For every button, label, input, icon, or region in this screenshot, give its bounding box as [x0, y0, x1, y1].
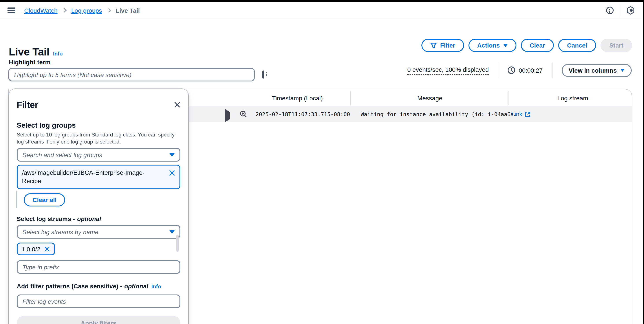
events-rate-stat[interactable]: 0 events/sec, 100% displayed	[407, 66, 489, 75]
info-icon	[606, 7, 614, 14]
clear-button[interactable]: Clear	[521, 39, 554, 52]
cloudshell-icon	[626, 6, 635, 15]
dismiss-token-icon[interactable]	[44, 246, 50, 252]
log-streams-select-placeholder: Select log streams by name	[22, 228, 169, 235]
start-button[interactable]: Start	[600, 39, 632, 52]
close-icon[interactable]	[174, 102, 180, 108]
log-stream-link[interactable]: Link	[511, 111, 530, 118]
help-button[interactable]	[602, 3, 617, 18]
stream-prefix-input[interactable]	[17, 260, 180, 274]
nav-divider	[620, 5, 620, 16]
filter-patterns-label-text: Add filter patterns (Case sensitive) -	[17, 283, 122, 290]
clear-all-label: Clear all	[32, 196, 56, 203]
filter-pattern-field	[17, 294, 180, 308]
funnel-icon	[430, 42, 436, 49]
filter-panel: Filter Select log groups Select up to 10…	[8, 89, 189, 324]
page-title-info-link[interactable]: Info	[53, 51, 63, 57]
session-status-bar: 0 events/sec, 100% displayed 00:00:27 Vi…	[407, 63, 632, 77]
play-icon	[225, 109, 230, 122]
filter-pattern-input[interactable]	[17, 294, 180, 308]
dismiss-token-icon[interactable]	[169, 170, 175, 176]
nav-utilities	[602, 3, 638, 18]
log-streams-select[interactable]: Select log streams by name	[17, 225, 180, 239]
breadcrumb-current: Live Tail	[116, 7, 140, 14]
apply-filters-button[interactable]: Apply filters	[17, 316, 180, 324]
select-log-streams-label-text: Select log streams -	[17, 215, 75, 222]
filter-button[interactable]: Filter	[421, 39, 464, 52]
actions-button-label: Actions	[477, 42, 500, 49]
inspect-event-button[interactable]	[240, 111, 247, 120]
select-log-groups-description: Select up to 10 log groups from Standard…	[17, 131, 180, 145]
highlight-term-label: Highlight term	[9, 59, 50, 66]
filter-panel-title: Filter	[17, 100, 38, 110]
cloudshell-button[interactable]	[623, 3, 638, 18]
expand-row-button[interactable]	[225, 112, 230, 120]
log-stream-token: 1.0.0/2	[17, 242, 55, 255]
zoom-in-icon	[240, 111, 247, 118]
external-link-icon	[524, 111, 530, 117]
start-button-label: Start	[609, 42, 623, 49]
log-stream-link-label: Link	[511, 111, 522, 118]
screen-top-edge	[0, 0, 644, 2]
event-timestamp: 2025-02-18T11:07:33.715-08:00	[256, 111, 350, 118]
filter-button-label: Filter	[440, 42, 455, 49]
top-navigation: CloudWatch Log groups Live Tail	[0, 2, 644, 19]
filter-patterns-label: Add filter patterns (Case sensitive) - o…	[17, 283, 180, 290]
token-list-scrollbar[interactable]	[176, 235, 178, 252]
session-timer-value: 00:00:27	[519, 67, 542, 74]
highlight-term-field	[8, 68, 255, 82]
select-log-groups-label: Select log groups	[17, 122, 180, 129]
column-header-timestamp: Timestamp (Local)	[272, 95, 323, 102]
clear-all-row: Clear all	[17, 193, 180, 206]
chevron-right-icon	[107, 8, 111, 13]
stream-prefix-field	[17, 260, 180, 274]
live-tail-page: CloudWatch Log groups Live Tail Live Tai…	[0, 0, 644, 324]
optional-text: optional	[77, 215, 101, 222]
column-divider[interactable]	[350, 91, 350, 105]
filter-panel-header: Filter	[17, 100, 180, 110]
caret-down-icon	[169, 230, 175, 233]
column-header-log-stream: Log stream	[557, 95, 588, 102]
clear-button-label: Clear	[530, 42, 545, 49]
column-divider[interactable]	[508, 91, 508, 105]
log-group-token: /aws/imagebuilder/EJBCA-Enterprise-Image…	[17, 165, 180, 189]
filter-patterns-info-link[interactable]: Info	[151, 283, 161, 290]
actions-button[interactable]: Actions	[468, 39, 517, 52]
log-groups-select-placeholder: Search and select log groups	[22, 151, 169, 158]
cancel-button-label: Cancel	[567, 42, 587, 49]
session-timer: 00:00:27	[508, 67, 542, 74]
cancel-button[interactable]: Cancel	[558, 39, 596, 52]
highlight-info-button[interactable]	[262, 71, 264, 79]
toolbar: Filter Actions Clear Cancel Start	[421, 39, 632, 52]
hamburger-menu-icon[interactable]	[8, 8, 15, 13]
caret-down-icon	[503, 44, 508, 47]
breadcrumb: CloudWatch Log groups Live Tail	[24, 7, 140, 14]
view-in-columns-label: View in columns	[568, 67, 617, 74]
column-header-message: Message	[417, 95, 442, 102]
select-log-streams-label: Select log streams - optional	[17, 215, 180, 222]
optional-text: optional	[124, 283, 148, 290]
caret-down-icon	[620, 69, 625, 72]
highlight-term-input[interactable]	[8, 68, 255, 82]
screen-right-edge	[643, 0, 644, 324]
log-group-token-label: /aws/imagebuilder/EJBCA-Enterprise-Image…	[22, 169, 154, 185]
event-message: Waiting for instance availability (id: i…	[361, 111, 517, 118]
divider	[552, 62, 552, 78]
caret-down-icon	[169, 153, 175, 157]
page-title: Live Tail	[9, 46, 50, 58]
clear-all-button[interactable]: Clear all	[24, 193, 65, 206]
breadcrumb-log-groups[interactable]: Log groups	[71, 7, 102, 14]
view-in-columns-button[interactable]: View in columns	[562, 64, 632, 77]
breadcrumb-cloudwatch[interactable]: CloudWatch	[24, 7, 58, 14]
log-stream-token-label: 1.0.0/2	[22, 245, 40, 252]
info-icon	[262, 70, 264, 79]
chevron-right-icon	[62, 8, 67, 13]
divider	[498, 62, 498, 78]
clock-icon	[508, 67, 515, 74]
log-groups-select[interactable]: Search and select log groups	[17, 148, 180, 162]
